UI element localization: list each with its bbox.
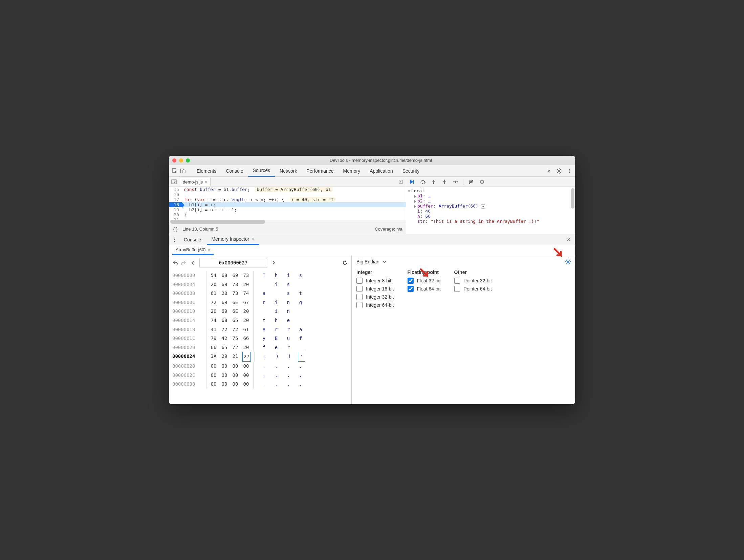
hex-row[interactable]: 0000000861207374a st <box>172 289 348 298</box>
svg-line-10 <box>561 169 562 170</box>
main-tab-sources[interactable]: Sources <box>248 165 275 177</box>
type-option[interactable]: Float 32-bit <box>408 278 441 284</box>
scope-variable[interactable]: i: 40 <box>408 209 573 214</box>
navigator-toggle-icon[interactable] <box>171 179 177 185</box>
step-into-icon[interactable] <box>431 179 437 185</box>
code-line[interactable]: 16 <box>169 192 406 197</box>
main-tab-performance[interactable]: Performance <box>302 166 338 176</box>
drawer-tab-memory-inspector[interactable]: Memory Inspector × <box>207 234 259 245</box>
step-over-icon[interactable] <box>420 179 426 185</box>
hex-row[interactable]: 0000002C00000000.... <box>172 371 348 380</box>
more-panels-icon[interactable]: » <box>546 168 552 174</box>
type-checkbox[interactable] <box>454 278 460 284</box>
next-page-icon[interactable] <box>270 260 277 266</box>
code-line[interactable]: 17for (var i = str.length; i < n; ++i) {… <box>169 197 406 202</box>
main-tab-network[interactable]: Network <box>275 166 302 176</box>
hex-row[interactable]: 0000002066657220fer <box>172 343 348 352</box>
type-option[interactable]: Pointer 32-bit <box>454 278 492 284</box>
hex-row[interactable]: 0000002800000000.... <box>172 362 348 371</box>
type-checkbox[interactable] <box>356 278 363 284</box>
refresh-icon[interactable] <box>342 260 348 266</box>
hex-row[interactable]: 0000000C72696E67ring <box>172 298 348 307</box>
history-forward-icon[interactable] <box>180 260 187 266</box>
horizontal-scrollbar[interactable] <box>169 220 406 224</box>
hex-row[interactable]: 0000001020696E20 in <box>172 307 348 316</box>
hex-row[interactable]: 000000243A292127:)!' <box>172 352 348 362</box>
drawer-tab-console[interactable]: Console <box>180 235 205 244</box>
main-tab-security[interactable]: Security <box>398 166 424 176</box>
endianness-select[interactable]: Big Endian <box>356 259 570 265</box>
scope-local-header[interactable]: Local <box>408 188 573 193</box>
hex-row[interactable]: 0000001C79427566yBuf <box>172 334 348 343</box>
more-tabs-icon[interactable] <box>398 179 404 185</box>
scope-variable[interactable]: b2: … <box>408 198 573 203</box>
type-option[interactable]: Integer 8-bit <box>356 278 394 284</box>
close-icon[interactable]: × <box>205 179 207 185</box>
kebab-menu-icon[interactable] <box>566 168 572 174</box>
main-tab-elements[interactable]: Elements <box>192 166 221 176</box>
hex-row[interactable]: 0000001841727261Arra <box>172 325 348 334</box>
scope-variable[interactable]: buffer: ArrayBuffer(60) ⋯ <box>408 203 573 209</box>
code-line[interactable]: 19 b2[i] = n - i - 1; <box>169 207 406 212</box>
devtools-window: DevTools - memory-inspector.glitch.me/de… <box>169 156 575 404</box>
file-tab-demo-js[interactable]: demo-js.js × <box>180 178 211 186</box>
type-option[interactable]: Pointer 64-bit <box>454 286 492 292</box>
resume-icon[interactable] <box>409 179 415 185</box>
type-checkbox[interactable] <box>408 278 414 284</box>
close-icon[interactable]: × <box>208 247 211 252</box>
step-icon[interactable] <box>452 179 458 185</box>
scope-variable[interactable]: b1: … <box>408 193 573 198</box>
hex-row[interactable]: 0000000054686973This <box>172 271 348 280</box>
value-inspector-settings: Big Endian IntegerInteger 8-bitInteger 1… <box>352 255 575 404</box>
main-toolbar: ElementsConsoleSourcesNetworkPerformance… <box>169 165 575 177</box>
minimize-window-button[interactable] <box>179 158 183 163</box>
inspect-element-icon[interactable] <box>172 168 178 174</box>
pause-exceptions-icon[interactable] <box>479 179 485 185</box>
settings-heading: Other <box>454 270 492 275</box>
code-line[interactable]: 15const buffer = b1.buffer; buffer = Arr… <box>169 187 406 192</box>
svg-line-41 <box>566 263 567 264</box>
code-line[interactable]: 18 b1[i] = i; <box>169 202 406 207</box>
hex-row[interactable]: 0000000420697320 is <box>172 280 348 289</box>
main-tab-memory[interactable]: Memory <box>338 166 365 176</box>
type-option[interactable]: Float 64-bit <box>408 286 441 292</box>
code-line[interactable]: 20} <box>169 212 406 217</box>
hex-row[interactable]: 0000003000000000.... <box>172 380 348 389</box>
address-input[interactable] <box>199 258 267 267</box>
scope-panel[interactable]: Localb1: …b2: …buffer: ArrayBuffer(60) ⋯… <box>406 187 575 234</box>
zoom-window-button[interactable] <box>186 158 190 163</box>
hex-row[interactable]: 0000001474686520the <box>172 316 348 325</box>
inspector-tab-arraybuffer[interactable]: ArrayBuffer(60) × <box>172 245 214 255</box>
type-checkbox[interactable] <box>408 286 414 292</box>
history-back-icon[interactable] <box>172 260 178 266</box>
drawer-kebab-icon[interactable] <box>172 237 178 243</box>
code-line[interactable]: 21 <box>169 217 406 220</box>
value-settings-gear-icon[interactable] <box>565 259 571 265</box>
settings-col-other: OtherPointer 32-bitPointer 64-bit <box>454 270 492 310</box>
step-out-icon[interactable] <box>441 179 447 185</box>
scope-variable[interactable]: n: 60 <box>408 214 573 219</box>
close-icon[interactable]: × <box>252 236 255 242</box>
type-option[interactable]: Integer 16-bit <box>356 286 394 292</box>
type-checkbox[interactable] <box>356 286 363 292</box>
prev-page-icon[interactable] <box>190 260 196 266</box>
drawer-close-icon[interactable]: × <box>565 236 572 243</box>
vertical-scrollbar[interactable] <box>571 188 574 209</box>
device-toolbar-icon[interactable] <box>180 168 186 174</box>
main-tab-console[interactable]: Console <box>221 166 248 176</box>
deactivate-breakpoints-icon[interactable] <box>468 179 474 185</box>
type-checkbox[interactable] <box>356 302 363 308</box>
type-option[interactable]: Integer 32-bit <box>356 294 394 300</box>
format-icon[interactable]: { } <box>172 226 178 232</box>
close-window-button[interactable] <box>172 158 176 163</box>
scope-variable[interactable]: str: "This is a string in the ArrayBuffe… <box>408 219 573 224</box>
code-editor[interactable]: 15const buffer = b1.buffer; buffer = Arr… <box>169 187 406 220</box>
main-tab-application[interactable]: Application <box>365 166 398 176</box>
type-checkbox[interactable] <box>454 286 460 292</box>
type-checkbox[interactable] <box>356 294 363 300</box>
settings-gear-icon[interactable] <box>556 168 562 174</box>
drawer-tabs: Console Memory Inspector × × <box>169 234 575 245</box>
traffic-lights <box>172 158 190 163</box>
svg-line-38 <box>566 260 567 261</box>
type-option[interactable]: Integer 64-bit <box>356 302 394 308</box>
